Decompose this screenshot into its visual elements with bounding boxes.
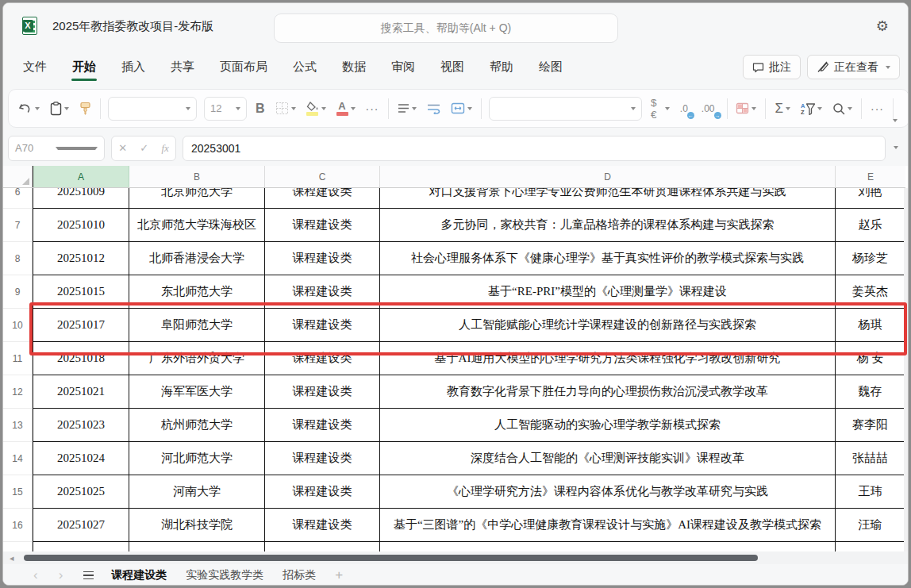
wrap-text-button[interactable] (425, 101, 442, 117)
table-cell[interactable]: 阜阳师范大学 (129, 309, 265, 342)
row-number[interactable]: 8 (3, 242, 33, 275)
decrease-decimal-button[interactable]: .0← (678, 101, 693, 117)
table-cell[interactable]: 柳静 (836, 542, 905, 551)
table-cell[interactable]: 20251009 (33, 188, 129, 209)
menu-tab-help[interactable]: 帮助 (489, 55, 514, 79)
column-header-e[interactable]: E (836, 166, 905, 187)
menu-tab-page-layout[interactable]: 页面布局 (219, 55, 268, 79)
name-box[interactable]: A70 (8, 136, 105, 161)
table-cell[interactable]: 《心理学研究方法》课程内容体系优化与教学改革研究与实践 (380, 475, 836, 509)
table-cell[interactable]: 北师香港浸会大学 (129, 242, 265, 275)
row-number[interactable]: 14 (3, 442, 33, 475)
table-cell[interactable]: 对口支援背景下心理学专业公费师范生本研贯通课程体系共建与实践 (380, 188, 836, 209)
table-cell[interactable]: 基于“RE-PRI”模型的《心理测量学》课程建设 (380, 275, 836, 309)
font-family-select[interactable] (108, 97, 197, 121)
table-cell[interactable]: 课程建设类 (265, 409, 380, 442)
table-cell[interactable]: 人工智能赋能心理统计学课程建设的创新路径与实践探索 (380, 309, 836, 342)
row-number[interactable]: 17 (3, 542, 33, 551)
table-cell[interactable]: 杨 安 (836, 342, 905, 375)
table-cell[interactable]: 20251018 (33, 342, 129, 375)
menu-tab-home[interactable]: 开始 (71, 55, 97, 79)
table-cell[interactable]: 王玮 (836, 475, 905, 509)
menu-tab-view[interactable]: 视图 (440, 55, 465, 79)
table-cell[interactable]: 河南大学 (129, 475, 265, 509)
table-cell[interactable]: 20251017 (33, 309, 129, 342)
more-toolbar-button[interactable]: ··· (869, 100, 886, 117)
row-number[interactable]: 13 (3, 409, 33, 442)
table-cell[interactable]: 课程建设类 (265, 309, 380, 342)
table-cell[interactable]: 课程建设类 (265, 442, 380, 475)
borders-button[interactable] (274, 99, 298, 117)
sheet-tab-bidding[interactable]: 招标类 (283, 568, 316, 582)
collapse-ribbon-chevron[interactable] (893, 119, 898, 122)
settings-gear-icon[interactable]: ⚙ (876, 17, 889, 35)
column-header-a[interactable]: A (33, 166, 129, 187)
expand-formula-bar-chevron[interactable] (894, 146, 898, 149)
autosum-button[interactable]: Σ (773, 98, 792, 119)
excel-app-icon[interactable]: X (22, 16, 43, 36)
bold-button[interactable]: B (254, 99, 267, 118)
horizontal-scrollbar-thumb[interactable] (24, 555, 758, 561)
menu-tab-file[interactable]: 文件 (22, 55, 48, 79)
table-cell[interactable]: 课程建设类 (265, 509, 380, 542)
viewing-mode-button[interactable]: 正在查看 (807, 55, 900, 79)
column-header-d[interactable]: D (380, 166, 836, 187)
scroll-left-arrow-icon[interactable]: ◂ (10, 553, 14, 563)
merge-cells-button[interactable] (449, 100, 474, 117)
column-header-c[interactable]: C (265, 166, 380, 187)
table-cell[interactable]: 刘艳 (836, 188, 905, 209)
table-cell[interactable]: 深度结合人工智能的《心理测评技能实训》课程改革 (380, 442, 836, 475)
add-sheet-button[interactable]: + (335, 567, 343, 583)
paste-button[interactable] (48, 99, 71, 118)
table-cell[interactable]: 课程建设类 (265, 342, 380, 375)
insert-function-button[interactable]: fx (161, 142, 168, 155)
table-cell[interactable]: 杨珍芝 (836, 242, 905, 275)
menu-tab-review[interactable]: 审阅 (390, 55, 416, 79)
sheet-tab-experiment[interactable]: 实验实践教学类 (186, 568, 263, 582)
comment-button[interactable]: 批注 (743, 55, 801, 79)
table-cell[interactable]: 社会心理服务体系下《健康心理学》基于真实性评价的教学模式探索与实践 (380, 242, 836, 275)
search-input[interactable]: 搜索工具、帮助等(Alt + Q) (274, 13, 618, 43)
table-cell[interactable]: 教育数字化背景下胜任力导向的心理损伤救治沉浸式教学改革 (380, 375, 836, 409)
alignment-button[interactable] (396, 101, 418, 116)
formula-input[interactable]: 20253001 (183, 136, 886, 161)
table-cell[interactable]: 基于AI通用大模型的心理学研究方法类课程强化学习教改创新研究 (380, 342, 836, 375)
table-cell[interactable]: 杭州师范大学 (129, 409, 265, 442)
menu-tab-draw[interactable]: 绘图 (538, 55, 563, 79)
table-cell[interactable]: 20251025 (33, 475, 129, 509)
font-size-select[interactable]: 12 (204, 97, 247, 121)
menu-tab-formulas[interactable]: 公式 (292, 55, 317, 79)
sheet-tab-course[interactable]: 课程建设类 (111, 568, 167, 582)
column-header-b[interactable]: B (129, 166, 265, 187)
table-cell[interactable]: 20251024 (33, 442, 129, 475)
table-cell[interactable]: 姜英杰 (836, 275, 905, 309)
table-cell[interactable]: 20251010 (33, 209, 129, 242)
table-cell[interactable]: 河北师范大学 (129, 442, 265, 475)
prev-sheet-chevron[interactable]: ‹ (33, 567, 38, 583)
next-sheet-chevron[interactable]: › (59, 567, 63, 583)
row-number[interactable]: 11 (3, 342, 33, 375)
table-cell[interactable]: 人工智能驱动的实验心理学教学新模式探索 (380, 409, 836, 442)
select-all-corner[interactable] (3, 166, 33, 187)
table-cell[interactable]: 课程建设类 (265, 375, 380, 409)
number-format-select[interactable] (489, 97, 643, 121)
table-cell[interactable]: 北京师范大学珠海校区 (129, 209, 265, 242)
table-cell[interactable]: 20251021 (33, 375, 129, 409)
table-cell[interactable]: 汪瑜 (836, 509, 905, 542)
table-cell[interactable]: 北京师范大学 (129, 188, 265, 209)
table-cell[interactable]: 20251029 (33, 542, 129, 551)
increase-decimal-button[interactable]: .00→ (700, 101, 720, 117)
menu-tab-share[interactable]: 共享 (170, 55, 195, 79)
row-number[interactable]: 7 (3, 209, 33, 242)
confirm-entry-button[interactable]: ✓ (140, 142, 148, 154)
table-cell[interactable]: 课程建设类 (265, 542, 380, 551)
currency-format-button[interactable]: $€ (649, 94, 671, 123)
menu-tab-insert[interactable]: 插入 (121, 55, 146, 79)
table-cell[interactable]: 赛李阳 (836, 409, 905, 442)
more-font-tools-button[interactable]: ··· (364, 100, 381, 117)
row-number[interactable]: 15 (3, 475, 33, 509)
table-cell[interactable]: 海军军医大学 (129, 375, 265, 409)
menu-tab-data[interactable]: 数据 (341, 55, 367, 79)
table-cell[interactable]: 20251023 (33, 409, 129, 442)
table-cell[interactable]: 20251027 (33, 509, 129, 542)
